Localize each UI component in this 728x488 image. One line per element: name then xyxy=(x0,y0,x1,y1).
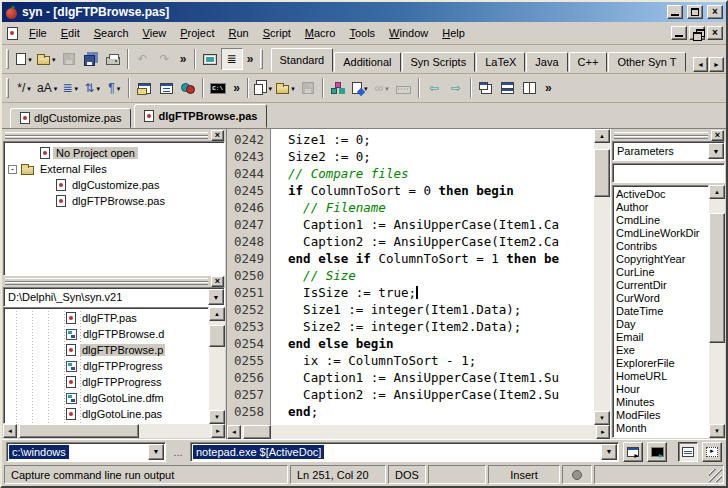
parameters-panel-grab-bar[interactable]: × xyxy=(612,130,725,141)
minimize-button[interactable] xyxy=(667,5,683,19)
save-special-button[interactable] xyxy=(297,77,319,99)
save-file-button[interactable] xyxy=(58,48,80,70)
tree-item-dlgcustomize-pas[interactable]: dlgCustomize.pas xyxy=(4,177,224,193)
more-view-button[interactable]: » xyxy=(243,48,258,70)
change-case-button[interactable]: aA▾ xyxy=(35,77,59,99)
file-item-dlgftpbrowse-d[interactable]: dlgFTPBrowse.d xyxy=(4,326,208,342)
copy-to-window-button[interactable] xyxy=(133,77,155,99)
param-item-day[interactable]: Day xyxy=(616,318,708,331)
syntax-colors-button[interactable] xyxy=(177,77,199,99)
menu-tools[interactable]: Tools xyxy=(342,24,382,42)
more-window-button[interactable]: » xyxy=(541,77,556,99)
param-item-hour[interactable]: Hour xyxy=(616,383,708,396)
syntax-tab-latex[interactable]: LaTeX xyxy=(476,52,525,72)
scrollbar-thumb[interactable] xyxy=(19,424,139,438)
scroll-left-button[interactable]: ◄ xyxy=(3,424,17,438)
window-list-button[interactable] xyxy=(155,77,177,99)
nav-forward-button[interactable]: ⇨ xyxy=(445,77,467,99)
undo-button[interactable]: ↶ xyxy=(132,48,154,70)
scroll-down-button[interactable]: ▼ xyxy=(594,411,610,425)
outline-view-button[interactable]: ≣ xyxy=(221,48,243,70)
tab-scroll-right-button[interactable]: ► xyxy=(709,57,724,72)
syntax-tab-c[interactable]: C++ xyxy=(569,52,608,72)
tab-scroll-left-button[interactable]: ◄ xyxy=(693,57,708,72)
mdi-minimize-button[interactable] xyxy=(671,26,687,40)
grab-ridges[interactable] xyxy=(614,132,708,139)
doc-tab-dlgftpbrowse-pas[interactable]: dlgFTPBrowse.pas xyxy=(134,104,267,128)
special-chars-button[interactable]: ¶▾ xyxy=(103,77,125,99)
cascade-windows-button[interactable] xyxy=(475,77,497,99)
doc-tab-dlgcustomize-pas[interactable]: dlgCustomize.pas xyxy=(10,108,131,128)
command-input-combo[interactable]: notepad.exe $[ActiveDoc] ▼ xyxy=(190,442,619,462)
param-item-modfiles[interactable]: ModFiles xyxy=(616,409,708,422)
code-area[interactable]: Size1 := 0; Size2 := 0; // Compare files… xyxy=(271,129,594,425)
tile-horizontal-button[interactable] xyxy=(497,77,519,99)
combo-dropdown-icon[interactable]: ▼ xyxy=(601,444,617,460)
mdi-close-button[interactable]: × xyxy=(707,26,723,40)
toolbar-grip[interactable] xyxy=(260,49,263,69)
file-item-dlgftpbrowse-p[interactable]: dlgFTPBrowse.p xyxy=(4,342,208,358)
syntax-tab-additional[interactable]: Additional xyxy=(334,52,400,72)
param-item-explorerfile[interactable]: ExplorerFile xyxy=(616,357,708,370)
tree-item-dlgftpbrowse-pas[interactable]: dlgFTPBrowse.pas xyxy=(4,193,224,209)
scroll-up-button[interactable]: ▲ xyxy=(209,307,225,321)
menu-edit[interactable]: Edit xyxy=(54,24,87,42)
redo-button[interactable]: ↷ xyxy=(154,48,176,70)
copy-special-button[interactable]: ▾ xyxy=(252,77,274,99)
param-list-scrollbar[interactable]: ▲▼ xyxy=(709,185,725,438)
files-panel-close-button[interactable]: × xyxy=(211,276,224,287)
menu-run[interactable]: Run xyxy=(222,24,256,42)
keyboard-macro-button[interactable] xyxy=(393,77,415,99)
title-bar[interactable]: syn - [dlgFTPBrowse.pas] × xyxy=(2,2,726,22)
menu-view[interactable]: View xyxy=(136,24,174,42)
param-item-minutes[interactable]: Minutes xyxy=(616,396,708,409)
file-list-vertical-scrollbar[interactable]: ▲▼ xyxy=(209,307,225,424)
menu-window[interactable]: Window xyxy=(382,24,435,42)
toolbar-grip[interactable] xyxy=(6,78,9,98)
file-item-dlggotoline-dfm[interactable]: dlgGotoLine.dfm xyxy=(4,390,208,406)
dock-output-button[interactable] xyxy=(702,442,722,462)
param-item-month[interactable]: Month xyxy=(616,422,708,435)
param-item-homeurl[interactable]: HomeURL xyxy=(616,370,708,383)
scrollbar-track[interactable] xyxy=(594,143,610,411)
tree-item-no-project-open[interactable]: No Project open xyxy=(4,145,224,161)
tree-expander-icon[interactable]: - xyxy=(8,165,17,174)
file-item-dlggotoline-pas[interactable]: dlgGotoLine.pas xyxy=(4,406,208,422)
scroll-down-button[interactable]: ▼ xyxy=(209,410,225,424)
run-command-button[interactable] xyxy=(623,442,643,462)
menu-file[interactable]: File xyxy=(22,24,54,42)
syntax-tab-syn-scripts[interactable]: Syn Scripts xyxy=(402,52,476,72)
mdi-document-icon[interactable] xyxy=(7,27,18,40)
code-structure-button[interactable] xyxy=(327,77,349,99)
parameters-panel-close-button[interactable]: × xyxy=(711,130,724,141)
menu-search[interactable]: Search xyxy=(87,24,136,42)
full-screen-button[interactable] xyxy=(199,48,221,70)
scroll-left-button[interactable]: ◄ xyxy=(227,425,241,439)
nav-back-button[interactable]: ⇦ xyxy=(423,77,445,99)
project-panel-close-button[interactable]: × xyxy=(211,130,224,141)
scrollbar-track[interactable] xyxy=(241,425,596,439)
new-file-button[interactable]: ▾ xyxy=(13,48,35,70)
chain-link-button[interactable]: ∞▾ xyxy=(371,77,393,99)
scroll-up-button[interactable]: ▲ xyxy=(709,185,725,199)
tile-vertical-button[interactable] xyxy=(519,77,541,99)
project-panel-grab-bar[interactable]: × xyxy=(3,130,225,141)
scroll-up-button[interactable]: ▲ xyxy=(594,129,610,143)
scrollbar-thumb[interactable] xyxy=(209,325,225,347)
param-item-cmdline[interactable]: CmdLine xyxy=(616,214,708,227)
browse-directory-button[interactable]: ... xyxy=(170,443,186,461)
scroll-down-button[interactable]: ▼ xyxy=(709,424,725,438)
files-panel-grab-bar[interactable]: × xyxy=(3,276,225,287)
comment-toggle-button[interactable]: */▾ xyxy=(13,77,35,99)
param-item-cmdlineworkdir[interactable]: CmdLineWorkDir xyxy=(616,227,708,240)
param-item-datetime[interactable]: DateTime xyxy=(616,305,708,318)
param-item-copyrightyear[interactable]: CopyrightYear xyxy=(616,253,708,266)
file-item-dlgftpprogress[interactable]: dlgFTPProgress xyxy=(4,358,208,374)
tree-item-external-files[interactable]: -External Files xyxy=(4,161,224,177)
param-item-activedoc[interactable]: ActiveDoc xyxy=(616,188,708,201)
print-button[interactable] xyxy=(102,48,124,70)
maximize-button[interactable] xyxy=(687,5,703,19)
scrollbar-thumb[interactable] xyxy=(243,425,271,439)
close-button[interactable]: × xyxy=(707,5,723,19)
directory-combo[interactable]: D:\Delphi\_Syn\syn.v21 ▼ xyxy=(3,287,225,307)
